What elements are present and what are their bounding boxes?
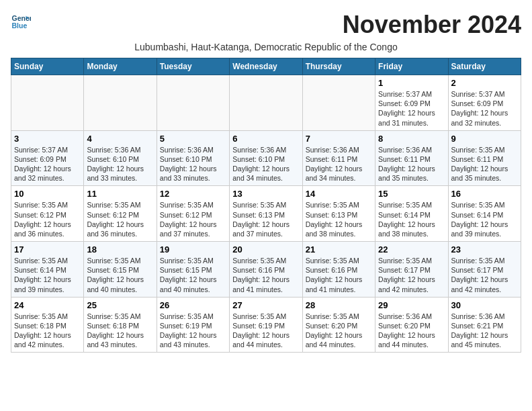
weekday-header-wednesday: Wednesday [230,58,302,75]
day-number: 29 [378,300,445,310]
calendar-cell: 1Sunrise: 5:37 AM Sunset: 6:09 PM Daylig… [375,75,448,131]
day-info: Sunrise: 5:36 AM Sunset: 6:11 PM Dayligh… [378,145,445,183]
calendar-cell: 20Sunrise: 5:35 AM Sunset: 6:16 PM Dayli… [230,242,302,298]
calendar-cell: 11Sunrise: 5:35 AM Sunset: 6:12 PM Dayli… [84,186,157,242]
day-info: Sunrise: 5:35 AM Sunset: 6:12 PM Dayligh… [87,200,153,238]
day-number: 12 [160,189,226,199]
day-info: Sunrise: 5:35 AM Sunset: 6:14 PM Dayligh… [14,256,81,294]
calendar-cell: 8Sunrise: 5:36 AM Sunset: 6:11 PM Daylig… [375,130,448,186]
week-row-1: 1Sunrise: 5:37 AM Sunset: 6:09 PM Daylig… [11,75,521,131]
day-info: Sunrise: 5:36 AM Sunset: 6:10 PM Dayligh… [232,145,299,183]
day-number: 11 [87,189,153,199]
calendar-cell: 9Sunrise: 5:35 AM Sunset: 6:11 PM Daylig… [448,130,521,186]
weekday-header-tuesday: Tuesday [157,58,229,75]
day-info: Sunrise: 5:37 AM Sunset: 6:09 PM Dayligh… [14,145,81,183]
calendar-cell: 26Sunrise: 5:35 AM Sunset: 6:19 PM Dayli… [157,297,229,353]
day-info: Sunrise: 5:35 AM Sunset: 6:16 PM Dayligh… [232,256,299,294]
day-number: 23 [451,244,518,255]
day-info: Sunrise: 5:35 AM Sunset: 6:12 PM Dayligh… [14,200,81,238]
day-info: Sunrise: 5:36 AM Sunset: 6:10 PM Dayligh… [160,145,226,183]
day-info: Sunrise: 5:36 AM Sunset: 6:21 PM Dayligh… [451,312,518,350]
day-number: 7 [306,134,372,144]
day-number: 5 [160,134,226,144]
calendar-cell: 28Sunrise: 5:35 AM Sunset: 6:20 PM Dayli… [302,297,375,353]
day-number: 6 [232,134,299,144]
month-title: November 2024 [343,11,521,39]
day-number: 19 [160,244,226,255]
calendar-cell: 25Sunrise: 5:35 AM Sunset: 6:18 PM Dayli… [84,297,157,353]
day-info: Sunrise: 5:35 AM Sunset: 6:13 PM Dayligh… [232,200,299,238]
svg-text:Blue: Blue [12,21,28,30]
day-number: 3 [14,134,81,144]
calendar-cell: 22Sunrise: 5:35 AM Sunset: 6:17 PM Dayli… [375,242,448,298]
calendar-cell [11,75,84,131]
day-info: Sunrise: 5:36 AM Sunset: 6:11 PM Dayligh… [306,145,372,183]
calendar-cell: 13Sunrise: 5:35 AM Sunset: 6:13 PM Dayli… [230,186,302,242]
day-info: Sunrise: 5:35 AM Sunset: 6:18 PM Dayligh… [87,312,153,350]
subtitle: Lubumbashi, Haut-Katanga, Democratic Rep… [11,42,521,52]
logo: General Blue [11,11,31,31]
day-info: Sunrise: 5:37 AM Sunset: 6:09 PM Dayligh… [451,89,518,128]
week-row-3: 10Sunrise: 5:35 AM Sunset: 6:12 PM Dayli… [11,186,521,242]
calendar-cell: 12Sunrise: 5:35 AM Sunset: 6:12 PM Dayli… [157,186,229,242]
day-number: 22 [378,244,445,255]
calendar-cell: 15Sunrise: 5:35 AM Sunset: 6:14 PM Dayli… [375,186,448,242]
day-number: 17 [14,244,81,255]
day-number: 21 [306,244,372,255]
day-info: Sunrise: 5:35 AM Sunset: 6:12 PM Dayligh… [160,200,226,238]
calendar-cell: 27Sunrise: 5:35 AM Sunset: 6:19 PM Dayli… [230,297,302,353]
calendar-cell: 24Sunrise: 5:35 AM Sunset: 6:18 PM Dayli… [11,297,84,353]
day-number: 9 [451,134,518,144]
day-number: 8 [378,134,445,144]
calendar-cell [230,75,302,131]
weekday-header-saturday: Saturday [448,58,521,75]
logo-icon: General Blue [11,11,31,31]
day-number: 1 [378,78,445,88]
day-number: 13 [232,189,299,199]
day-info: Sunrise: 5:35 AM Sunset: 6:20 PM Dayligh… [306,312,372,350]
day-number: 20 [232,244,299,255]
calendar-cell [157,75,229,131]
day-info: Sunrise: 5:35 AM Sunset: 6:18 PM Dayligh… [14,312,81,350]
day-number: 24 [14,300,81,310]
calendar-cell: 29Sunrise: 5:36 AM Sunset: 6:20 PM Dayli… [375,297,448,353]
calendar-cell: 10Sunrise: 5:35 AM Sunset: 6:12 PM Dayli… [11,186,84,242]
day-info: Sunrise: 5:35 AM Sunset: 6:11 PM Dayligh… [451,145,518,183]
day-number: 14 [306,189,372,199]
week-row-2: 3Sunrise: 5:37 AM Sunset: 6:09 PM Daylig… [11,130,521,186]
day-info: Sunrise: 5:35 AM Sunset: 6:19 PM Dayligh… [232,312,299,350]
day-number: 15 [378,189,445,199]
week-row-4: 17Sunrise: 5:35 AM Sunset: 6:14 PM Dayli… [11,242,521,298]
calendar-cell: 23Sunrise: 5:35 AM Sunset: 6:17 PM Dayli… [448,242,521,298]
calendar-cell: 30Sunrise: 5:36 AM Sunset: 6:21 PM Dayli… [448,297,521,353]
day-info: Sunrise: 5:35 AM Sunset: 6:13 PM Dayligh… [306,200,372,238]
calendar-cell [84,75,157,131]
day-number: 25 [87,300,153,310]
day-info: Sunrise: 5:36 AM Sunset: 6:20 PM Dayligh… [378,312,445,350]
day-number: 16 [451,189,518,199]
calendar-cell: 2Sunrise: 5:37 AM Sunset: 6:09 PM Daylig… [448,75,521,131]
day-number: 2 [451,78,518,88]
calendar-cell: 18Sunrise: 5:35 AM Sunset: 6:15 PM Dayli… [84,242,157,298]
day-info: Sunrise: 5:35 AM Sunset: 6:15 PM Dayligh… [160,256,226,294]
day-info: Sunrise: 5:35 AM Sunset: 6:14 PM Dayligh… [378,200,445,238]
page-header: General Blue November 2024 [11,11,521,39]
calendar-cell: 19Sunrise: 5:35 AM Sunset: 6:15 PM Dayli… [157,242,229,298]
calendar-table: SundayMondayTuesdayWednesdayThursdayFrid… [11,58,521,353]
day-number: 18 [87,244,153,255]
day-info: Sunrise: 5:35 AM Sunset: 6:19 PM Dayligh… [160,312,226,350]
day-info: Sunrise: 5:35 AM Sunset: 6:17 PM Dayligh… [451,256,518,294]
day-number: 30 [451,300,518,310]
day-info: Sunrise: 5:35 AM Sunset: 6:17 PM Dayligh… [378,256,445,294]
weekday-header-friday: Friday [375,58,448,75]
day-number: 28 [306,300,372,310]
calendar-cell: 5Sunrise: 5:36 AM Sunset: 6:10 PM Daylig… [157,130,229,186]
weekday-header-monday: Monday [84,58,157,75]
week-row-5: 24Sunrise: 5:35 AM Sunset: 6:18 PM Dayli… [11,297,521,353]
calendar-cell: 6Sunrise: 5:36 AM Sunset: 6:10 PM Daylig… [230,130,302,186]
day-info: Sunrise: 5:35 AM Sunset: 6:15 PM Dayligh… [87,256,153,294]
day-number: 10 [14,189,81,199]
day-info: Sunrise: 5:35 AM Sunset: 6:14 PM Dayligh… [451,200,518,238]
weekday-header-sunday: Sunday [11,58,84,75]
calendar-cell: 3Sunrise: 5:37 AM Sunset: 6:09 PM Daylig… [11,130,84,186]
